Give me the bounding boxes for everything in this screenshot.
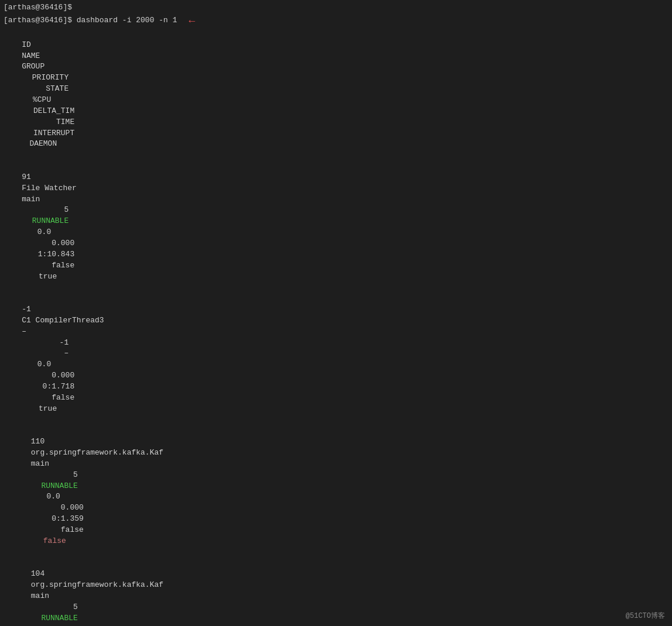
- table-row: -1 C1 CompilerThread3 – -1 – 0.0 0.000 0…: [4, 293, 668, 425]
- table-row: 91 File Watcher main 5 RUNNABLE 0.0 0.00…: [4, 161, 668, 293]
- dashboard-cmd: [arthas@36416]$ dashboard -i 2000 -n 1: [4, 15, 177, 26]
- prompt-line-1: [arthas@36416]$: [4, 2, 668, 13]
- dashboard-cmd-line: [arthas@36416]$ dashboard -i 2000 -n 1 ←: [4, 13, 668, 29]
- watermark: @51CTO博客: [626, 611, 665, 621]
- dashboard-arrow: ←: [188, 13, 195, 29]
- kafka-threads-section: 110 org.springframework.kafka.Kaf main 5…: [4, 425, 668, 626]
- thread-table-header: ID NAME GROUP PRIORITY STATE %CPU DELTA_…: [4, 29, 668, 161]
- table-row: 104 org.springframework.kafka.Kaf main 5…: [4, 558, 668, 626]
- terminal-window: [arthas@36416]$ [arthas@36416]$ dashboar…: [0, 0, 672, 626]
- table-row: 110 org.springframework.kafka.Kaf main 5…: [4, 425, 668, 558]
